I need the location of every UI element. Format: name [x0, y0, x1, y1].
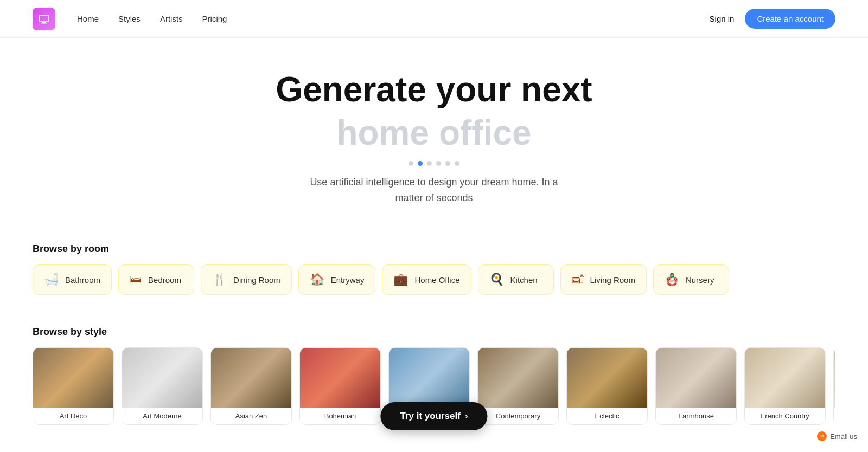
dot-4[interactable]: [436, 161, 441, 166]
dot-5[interactable]: [445, 161, 450, 166]
email-us[interactable]: ✉ Email us: [817, 431, 857, 440]
navbar-actions: Sign in Create an account: [710, 9, 835, 29]
room-icon-entryway: 🏠: [310, 273, 324, 287]
style-label-7: Farmhouse: [656, 408, 736, 424]
style-card-1[interactable]: Art Moderne: [122, 347, 203, 425]
logo-icon: [33, 8, 55, 30]
room-tile-entryway[interactable]: 🏠 Entryway: [298, 264, 376, 295]
style-card-6[interactable]: Eclectic: [566, 347, 648, 425]
nav-artists[interactable]: Artists: [160, 14, 183, 23]
navbar-links: Home Styles Artists Pricing: [77, 14, 710, 23]
style-label-0: Art Deco: [33, 408, 113, 424]
style-image-0: [33, 348, 114, 408]
try-button-arrow: ›: [465, 411, 468, 422]
try-button[interactable]: Try it yourself ›: [380, 402, 487, 430]
room-tile-nursery[interactable]: 🪆 Nursery: [653, 264, 729, 295]
room-icon-living-room: 🛋: [572, 273, 584, 287]
email-us-label: Email us: [830, 432, 857, 441]
style-label-1: Art Moderne: [122, 408, 202, 424]
create-account-button[interactable]: Create an account: [745, 9, 835, 29]
style-image-5: [478, 348, 559, 408]
style-label-3: Bohemian: [300, 408, 380, 424]
svg-rect-0: [39, 15, 49, 22]
nav-home[interactable]: Home: [77, 14, 99, 23]
hero-section: Generate your next home office Use artif…: [0, 38, 868, 227]
hero-animated-word: home office: [11, 114, 857, 152]
navbar: Home Styles Artists Pricing Sign in Crea…: [0, 0, 868, 38]
browse-room-title: Browse by room: [33, 243, 835, 255]
room-label-nursery: Nursery: [686, 275, 714, 285]
room-label-entryway: Entryway: [331, 275, 365, 285]
room-icon-dining-room: 🍴: [212, 273, 227, 287]
try-button-container: Try it yourself ›: [380, 402, 487, 430]
style-label-5: Contemporary: [478, 408, 558, 424]
hero-subtitle: Use artificial intelligence to design yo…: [298, 175, 570, 206]
room-tile-bedroom[interactable]: 🛏 Bedroom: [118, 264, 194, 295]
style-label-2: Asian Zen: [211, 408, 291, 424]
room-label-kitchen: Kitchen: [510, 275, 538, 285]
nav-pricing[interactable]: Pricing: [202, 14, 227, 23]
room-tile-living-room[interactable]: 🛋 Living Room: [560, 264, 647, 295]
room-label-living-room: Living Room: [590, 275, 635, 285]
browse-style-title: Browse by style: [33, 326, 835, 338]
dot-2[interactable]: [418, 161, 423, 166]
hero-title: Generate your next: [11, 70, 857, 108]
style-image-7: [656, 348, 737, 408]
style-image-6: [567, 348, 648, 408]
room-label-dining-room: Dining Room: [233, 275, 280, 285]
style-card-8[interactable]: French Country: [744, 347, 826, 425]
style-image-8: [745, 348, 826, 408]
style-image-4: [389, 348, 470, 408]
hero-dots: [11, 161, 857, 166]
style-image-2: [211, 348, 292, 408]
svg-rect-1: [42, 22, 46, 23]
room-tile-kitchen[interactable]: 🍳 Kitchen: [478, 264, 554, 295]
style-image-9: [834, 348, 835, 408]
dot-6[interactable]: [455, 161, 459, 166]
room-tile-bathroom[interactable]: 🛁 Bathroom: [33, 264, 112, 295]
room-icon-nursery: 🪆: [665, 273, 679, 287]
room-tile-home-office[interactable]: 💼 Home Office: [382, 264, 471, 295]
dot-3[interactable]: [427, 161, 432, 166]
browse-room-section: Browse by room 🛁 Bathroom 🛏 Bedroom 🍴 Di…: [0, 227, 868, 310]
sign-in-button[interactable]: Sign in: [710, 14, 735, 23]
style-label-6: Eclectic: [567, 408, 647, 424]
style-label-9: Hollywood Glam: [834, 408, 835, 424]
room-label-bedroom: Bedroom: [148, 275, 181, 285]
svg-rect-2: [41, 23, 47, 24]
room-icon-bedroom: 🛏: [130, 273, 142, 287]
style-card-5[interactable]: Contemporary: [477, 347, 559, 425]
room-icon-bathroom: 🛁: [44, 273, 59, 287]
room-label-home-office: Home Office: [414, 275, 459, 285]
style-card-2[interactable]: Asian Zen: [210, 347, 292, 425]
dot-1[interactable]: [409, 161, 413, 166]
logo[interactable]: [33, 8, 55, 30]
try-button-label: Try it yourself: [400, 411, 460, 422]
style-card-3[interactable]: Bohemian: [299, 347, 381, 425]
style-card-7[interactable]: Farmhouse: [655, 347, 737, 425]
style-card-0[interactable]: Art Deco: [33, 347, 114, 425]
room-icon-kitchen: 🍳: [489, 273, 504, 287]
style-card-9[interactable]: Hollywood Glam: [833, 347, 835, 425]
room-label-bathroom: Bathroom: [65, 275, 100, 285]
email-dot-icon: ✉: [817, 431, 827, 440]
room-tiles: 🛁 Bathroom 🛏 Bedroom 🍴 Dining Room 🏠 Ent…: [33, 264, 835, 299]
style-image-1: [122, 348, 203, 408]
room-icon-home-office: 💼: [393, 273, 408, 287]
style-image-3: [300, 348, 381, 408]
style-label-8: French Country: [745, 408, 825, 424]
room-tile-dining-room[interactable]: 🍴 Dining Room: [201, 264, 292, 295]
nav-styles[interactable]: Styles: [118, 14, 141, 23]
